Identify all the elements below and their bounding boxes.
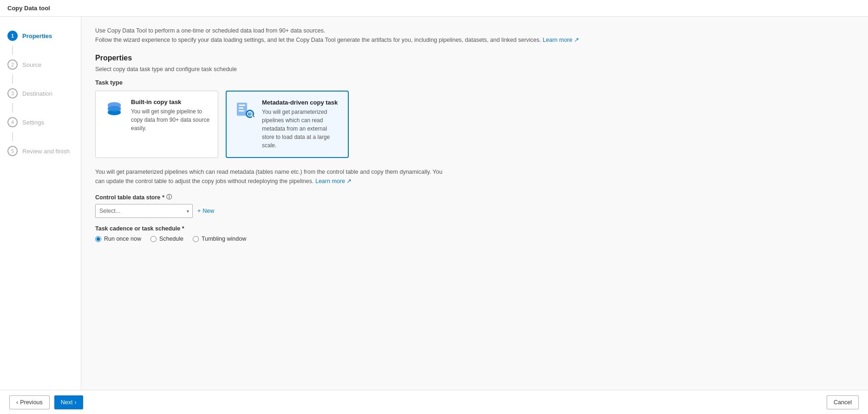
- control-table-select[interactable]: Select...: [95, 204, 193, 218]
- next-button[interactable]: Next ›: [54, 395, 83, 409]
- task-type-label: Task type: [95, 79, 854, 86]
- step-circle-3: 3: [7, 88, 18, 99]
- section-subtitle: Select copy data task type and configure…: [95, 66, 854, 72]
- prev-chevron-icon: ‹: [16, 399, 18, 406]
- radio-schedule[interactable]: Schedule: [150, 236, 183, 242]
- step-circle-4: 4: [7, 117, 18, 127]
- svg-point-4: [108, 106, 121, 112]
- content-area: Use Copy Data Tool to perform a one-time…: [81, 17, 868, 390]
- bottom-bar: ‹ Previous Next › Cancel: [0, 390, 868, 414]
- svg-rect-7: [239, 107, 243, 109]
- sidebar-item-source[interactable]: 2 Source: [0, 55, 81, 74]
- sidebar-label-source: Source: [22, 61, 41, 68]
- sidebar-label-review: Review and finish: [22, 148, 70, 155]
- svg-rect-8: [239, 110, 244, 112]
- builtin-card-desc: You will get single pipeline to copy dat…: [131, 107, 210, 132]
- sidebar-item-review[interactable]: 5 Review and finish: [0, 141, 81, 161]
- metadata-card-icon: 🔍: [234, 99, 256, 121]
- metadata-card-title: Metadata-driven copy task: [262, 99, 340, 106]
- step-connector-1: [12, 46, 13, 55]
- info-text-block: You will get parameterized pipelines whi…: [95, 167, 444, 186]
- intro-line1: Use Copy Data Tool to perform a one-time…: [95, 26, 854, 35]
- radio-tumbling[interactable]: Tumbling window: [193, 236, 246, 242]
- previous-button[interactable]: ‹ Previous: [9, 395, 50, 409]
- metadata-card-desc: You will get parameterized pipelines whi…: [262, 108, 340, 150]
- control-table-field: Control table data store * ⓘ Select... ▾…: [95, 193, 854, 218]
- step-circle-5: 5: [7, 146, 18, 156]
- builtin-card-icon: [103, 99, 125, 121]
- intro-line2: Follow the wizard experience to specify …: [95, 35, 854, 45]
- title-bar: Copy Data tool: [0, 0, 868, 17]
- step-connector-3: [12, 103, 13, 112]
- sidebar-item-settings[interactable]: 4 Settings: [0, 112, 81, 132]
- metadata-copy-task-card[interactable]: 🔍 Metadata-driven copy task You will get…: [226, 91, 349, 158]
- next-chevron-icon: ›: [75, 399, 77, 406]
- builtin-copy-task-card[interactable]: Built-in copy task You will get single p…: [95, 91, 218, 158]
- builtin-card-title: Built-in copy task: [131, 99, 210, 105]
- step-connector-2: [12, 74, 13, 84]
- sidebar-item-properties[interactable]: 1 Properties: [0, 26, 81, 46]
- step-circle-2: 2: [7, 59, 18, 70]
- sidebar-label-settings: Settings: [22, 119, 44, 126]
- radio-run-once[interactable]: Run once now: [95, 236, 141, 242]
- step-circle-1: 1: [7, 31, 18, 41]
- sidebar-label-properties: Properties: [22, 33, 52, 39]
- builtin-card-content: Built-in copy task You will get single p…: [131, 99, 210, 132]
- sidebar-label-destination: Destination: [22, 90, 52, 97]
- main-layout: 1 Properties 2 Source 3 Destination 4 Se…: [0, 17, 868, 390]
- task-cards: Built-in copy task You will get single p…: [95, 91, 854, 158]
- intro-block: Use Copy Data Tool to perform a one-time…: [95, 26, 854, 45]
- sidebar: 1 Properties 2 Source 3 Destination 4 Se…: [0, 17, 81, 390]
- schedule-label: Task cadence or task schedule *: [95, 225, 854, 232]
- schedule-radio-group: Run once now Schedule Tumbling window: [95, 236, 854, 242]
- learn-more-link-top[interactable]: Learn more ↗: [543, 37, 579, 43]
- control-table-input-row: Select... ▾ + New: [95, 204, 854, 218]
- cancel-button[interactable]: Cancel: [827, 395, 859, 409]
- learn-more-link-info[interactable]: Learn more ↗: [315, 178, 352, 184]
- metadata-card-content: Metadata-driven copy task You will get p…: [262, 99, 340, 150]
- info-icon: ⓘ: [166, 193, 172, 201]
- schedule-field: Task cadence or task schedule * Run once…: [95, 225, 854, 242]
- sidebar-item-destination[interactable]: 3 Destination: [0, 84, 81, 103]
- new-button[interactable]: + New: [197, 208, 214, 214]
- section-title-properties: Properties: [95, 54, 854, 62]
- svg-rect-6: [239, 105, 245, 106]
- app-title: Copy Data tool: [7, 5, 50, 12]
- plus-icon: +: [197, 208, 201, 214]
- control-table-label: Control table data store * ⓘ: [95, 193, 854, 201]
- bottom-left-buttons: ‹ Previous Next ›: [9, 395, 83, 409]
- control-table-select-wrapper: Select... ▾: [95, 204, 193, 218]
- step-connector-4: [12, 132, 13, 141]
